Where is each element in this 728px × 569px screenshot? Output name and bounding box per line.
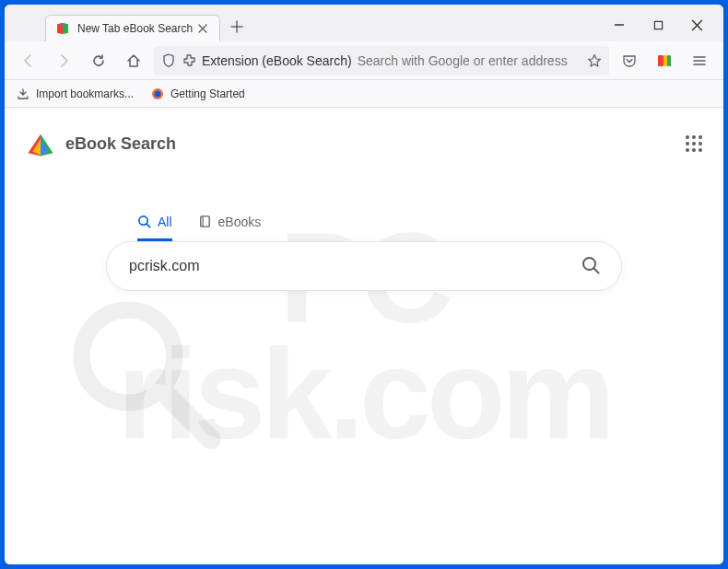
svg-line-7 — [165, 393, 211, 439]
window-controls — [600, 5, 716, 38]
app-menu-button[interactable] — [685, 46, 714, 75]
page-content: PCrisk.com eBook Search — [5, 108, 723, 564]
svg-point-15 — [692, 148, 696, 152]
svg-rect-3 — [667, 55, 671, 66]
page-header: eBook Search — [5, 108, 723, 159]
tab-ebooks[interactable]: eBooks — [198, 215, 262, 241]
browser-window: New Tab eBook Search — [5, 5, 723, 564]
tab-all-label: All — [158, 215, 172, 229]
minimize-button[interactable] — [600, 12, 639, 38]
search-area: All eBooks — [106, 215, 622, 291]
url-bar[interactable]: Extension (eBook Search) — [154, 46, 609, 75]
svg-rect-0 — [654, 21, 662, 29]
apps-grid-icon[interactable] — [685, 134, 703, 153]
search-input[interactable] — [129, 258, 581, 274]
search-tabs: All eBooks — [106, 215, 622, 241]
firefox-icon — [150, 87, 165, 101]
svg-point-10 — [699, 135, 702, 139]
import-bookmarks-label: Import bookmarks... — [36, 87, 134, 100]
svg-point-14 — [686, 148, 689, 152]
close-window-button[interactable] — [677, 12, 716, 38]
back-button[interactable] — [14, 46, 43, 75]
address-input[interactable] — [358, 53, 581, 68]
svg-line-18 — [147, 224, 149, 226]
account-button[interactable] — [650, 46, 679, 75]
svg-point-8 — [686, 135, 689, 139]
search-submit-icon[interactable] — [581, 255, 603, 277]
bookmark-star-icon[interactable] — [587, 53, 602, 68]
brand-name: eBook Search — [65, 134, 176, 154]
svg-point-9 — [692, 135, 696, 139]
getting-started-label: Getting Started — [170, 87, 245, 100]
svg-rect-1 — [658, 55, 663, 66]
getting-started-bookmark[interactable]: Getting Started — [150, 87, 245, 101]
tab-title: New Tab eBook Search — [77, 22, 195, 35]
tab-close-icon[interactable] — [195, 21, 210, 36]
svg-point-5 — [155, 90, 161, 97]
extension-icon[interactable] — [182, 53, 196, 68]
bookmarks-toolbar: Import bookmarks... Getting Started — [5, 80, 723, 108]
browser-tab[interactable]: New Tab eBook Search — [45, 15, 220, 41]
search-icon — [137, 215, 152, 229]
maximize-button[interactable] — [639, 12, 677, 38]
tab-favicon-icon — [55, 21, 70, 36]
book-logo-icon — [25, 128, 56, 159]
svg-rect-19 — [200, 216, 208, 226]
import-icon — [16, 87, 30, 101]
nav-toolbar: Extension (eBook Search) — [5, 41, 723, 80]
forward-button[interactable] — [49, 46, 78, 75]
pocket-button[interactable] — [615, 46, 644, 75]
urlbar-extension-label: Extension (eBook Search) — [202, 53, 352, 68]
svg-point-13 — [699, 142, 702, 145]
svg-point-16 — [699, 148, 702, 152]
home-button[interactable] — [119, 46, 148, 75]
watermark-magnifier-icon — [62, 290, 228, 456]
import-bookmarks-button[interactable]: Import bookmarks... — [16, 87, 134, 101]
reload-button[interactable] — [84, 46, 113, 75]
new-tab-button[interactable] — [224, 14, 250, 40]
shield-icon[interactable] — [161, 53, 176, 68]
tab-all[interactable]: All — [137, 215, 172, 241]
brand-logo[interactable]: eBook Search — [25, 128, 176, 159]
svg-point-11 — [686, 142, 689, 145]
svg-rect-2 — [663, 55, 667, 66]
tab-ebooks-label: eBooks — [218, 215, 262, 229]
svg-line-22 — [594, 269, 599, 273]
search-box — [106, 241, 622, 291]
svg-point-12 — [692, 142, 696, 145]
book-icon — [198, 215, 213, 229]
titlebar: New Tab eBook Search — [5, 5, 723, 41]
